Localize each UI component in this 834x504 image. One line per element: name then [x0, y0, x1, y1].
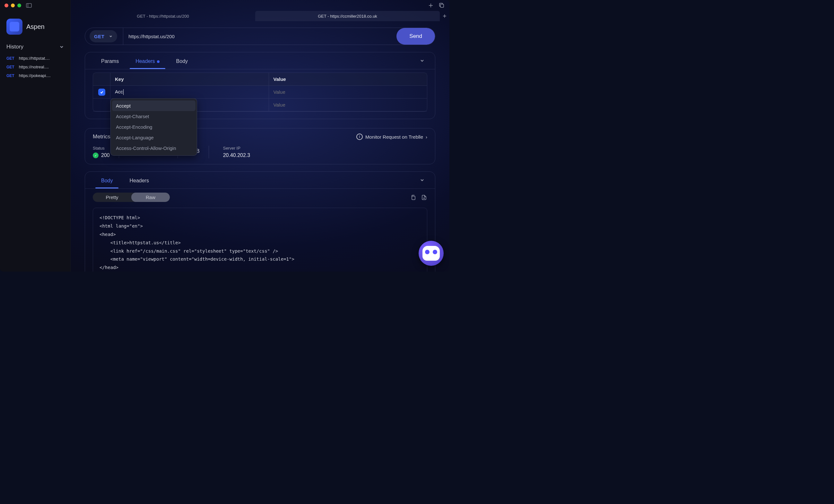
maximize-window-button[interactable] [17, 3, 21, 7]
request-config-panel: Params Headers Body Key Value [85, 52, 435, 119]
app-name: Aspen [26, 23, 45, 30]
url-bar: GET Send [85, 28, 435, 45]
row-enabled-checkbox[interactable] [98, 89, 105, 96]
history-url: https://httpstat.... [19, 56, 50, 61]
autocomplete-option[interactable]: Accept-Encoding [111, 122, 197, 132]
header-key-input[interactable]: Acc [115, 89, 264, 95]
monitor-link-label: Monitor Request on Treblle [365, 134, 423, 140]
metric-server-ip: Server IP 20.40.202.3 [208, 146, 259, 158]
autocomplete-popup: Accept Accept-Charset Accept-Encoding Ac… [110, 98, 197, 156]
history-item[interactable]: GET https://notreal.... [0, 63, 70, 71]
request-tab-label: GET - https://httpstat.us/200 [137, 14, 189, 19]
request-tab[interactable]: GET - https://ccmiller2018.co.uk [255, 11, 440, 21]
chevron-right-icon: › [426, 134, 427, 140]
add-tab-button[interactable] [440, 11, 449, 21]
history-list: GET https://httpstat.... GET https://not… [0, 53, 70, 81]
format-toggle: Pretty Raw [93, 193, 170, 202]
history-url: https://pokeapi.... [19, 73, 51, 78]
request-tab-label: GET - https://ccmiller2018.co.uk [318, 14, 377, 19]
method-label: GET [94, 34, 104, 39]
headers-table: Key Value Acc [93, 72, 427, 112]
new-tab-icon[interactable] [427, 2, 434, 9]
download-response-icon[interactable] [421, 194, 427, 201]
duplicate-icon[interactable] [439, 2, 445, 9]
response-body-code[interactable]: <!DOCTYPE html> <html lang="en"> <head> … [93, 208, 427, 271]
monitor-link[interactable]: i Monitor Request on Treblle › [356, 134, 427, 140]
sidebar-toggle-icon[interactable] [26, 2, 32, 9]
assistant-bot-icon [422, 246, 440, 261]
autocomplete-option[interactable]: Access-Control-Allow-Origin [111, 143, 197, 153]
svg-rect-7 [412, 196, 415, 200]
tab-headers[interactable]: Headers [127, 53, 168, 69]
tab-body[interactable]: Body [168, 53, 196, 69]
metric-label: Status [93, 146, 110, 151]
response-panel: Body Headers Pretty Raw [85, 171, 435, 271]
request-tabbar: GET - https://httpstat.us/200 GET - http… [71, 11, 449, 21]
col-key-label: Key [115, 76, 124, 82]
copy-response-icon[interactable] [410, 194, 416, 201]
header-value-input[interactable] [273, 102, 423, 108]
autocomplete-option[interactable]: Accept [112, 101, 196, 111]
close-window-button[interactable] [4, 3, 8, 7]
format-pretty-button[interactable]: Pretty [93, 193, 131, 202]
changes-indicator-icon [157, 60, 159, 63]
col-value-label: Value [273, 76, 286, 82]
response-tabs: Body Headers [85, 172, 435, 189]
minimize-window-button[interactable] [11, 3, 15, 7]
history-item[interactable]: GET https://httpstat.... [0, 54, 70, 63]
header-value-input[interactable] [273, 89, 423, 95]
collapse-panel-button[interactable] [417, 172, 427, 189]
assistant-button[interactable] [419, 241, 444, 266]
autocomplete-option[interactable]: Accept-Language [111, 132, 197, 143]
url-input[interactable] [128, 28, 396, 45]
titlebar [0, 0, 449, 11]
send-button[interactable]: Send [396, 28, 435, 45]
method-badge: GET [6, 65, 15, 69]
table-header-row: Key Value [93, 73, 427, 86]
method-badge: GET [6, 73, 15, 78]
method-selector[interactable]: GET [90, 30, 117, 42]
tab-params[interactable]: Params [93, 53, 127, 69]
app-logo-icon [6, 19, 22, 35]
server-ip-value: 20.40.202.3 [223, 152, 250, 158]
app-brand: Aspen [0, 16, 70, 41]
window-controls [4, 3, 21, 7]
svg-rect-0 [26, 3, 31, 7]
history-item[interactable]: GET https://pokeapi.... [0, 71, 70, 80]
header-row: Acc [93, 86, 427, 98]
metrics-title: Metrics [93, 134, 110, 140]
request-tab[interactable]: GET - https://httpstat.us/200 [71, 11, 255, 21]
history-title: History [6, 44, 23, 50]
history-url: https://notreal.... [19, 65, 49, 69]
tab-response-body[interactable]: Body [93, 172, 121, 188]
chevron-down-icon [59, 45, 64, 49]
method-badge: GET [6, 56, 15, 61]
main-area: GET - https://httpstat.us/200 GET - http… [71, 0, 449, 271]
collapse-panel-button[interactable] [417, 52, 427, 69]
sidebar: Aspen History GET https://httpstat.... G… [0, 0, 71, 271]
history-section-header[interactable]: History [0, 41, 70, 53]
svg-rect-4 [440, 4, 444, 7]
chevron-down-icon [109, 34, 113, 38]
status-ok-icon: ✓ [93, 152, 98, 158]
info-icon: i [356, 134, 363, 140]
metric-label: Server IP [223, 146, 250, 151]
autocomplete-option[interactable]: Accept-Charset [111, 111, 197, 122]
divider [123, 28, 123, 45]
status-value: 200 [101, 152, 110, 158]
format-raw-button[interactable]: Raw [131, 193, 170, 202]
tab-response-headers[interactable]: Headers [121, 172, 157, 188]
request-config-tabs: Params Headers Body [85, 52, 435, 69]
